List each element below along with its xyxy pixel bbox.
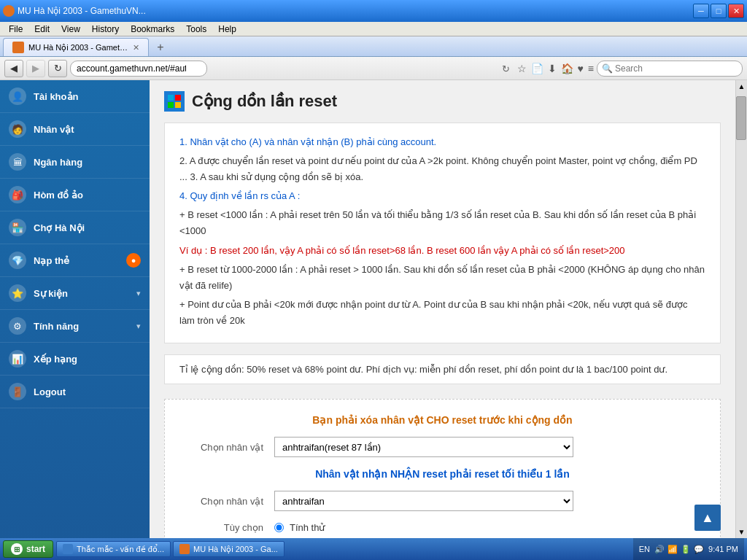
menu-view[interactable]: View (55, 22, 86, 36)
bookmark-star-icon[interactable]: ☆ (517, 63, 527, 74)
menu-file[interactable]: File (3, 22, 28, 36)
sidebar-label: Tính năng (34, 321, 129, 332)
sidebar-item-nhan-vat[interactable]: 🧑 Nhân vật (0, 113, 150, 146)
lang-badge: EN (639, 545, 650, 553)
new-tab-button[interactable]: + (152, 39, 169, 56)
active-tab[interactable]: MU Hà Nội 2003 - GamethuVN... ✕ (3, 38, 149, 56)
page-title: Cộng dồn lần reset (192, 92, 337, 111)
sys-icon-2: 📶 (667, 545, 678, 554)
form-group-3: Tùy chọn Tính thử (179, 522, 705, 533)
refresh-button[interactable]: ↻ (48, 60, 67, 77)
content-inner: Cộng dồn lần reset 1. Nhân vật cho (A) v… (150, 80, 735, 538)
sidebar-item-logout[interactable]: 🚪 Logout (0, 376, 150, 408)
tinh-thu-radio[interactable] (274, 523, 284, 532)
sidebar-label: Xếp hạng (34, 354, 141, 365)
form-section: Bạn phải xóa nhân vật CHO reset trước kh… (164, 399, 721, 538)
content-area: Cộng dồn lần reset 1. Nhân vật cho (A) v… (150, 80, 735, 538)
sidebar-label: Nạp thẻ (34, 255, 119, 266)
page-title-bar: Cộng dồn lần reset (164, 91, 721, 112)
sidebar-item-ngan-hang[interactable]: 🏛 Ngân hàng (0, 146, 150, 179)
tab-close-button[interactable]: ✕ (133, 43, 139, 52)
scroll-up-button[interactable]: ▲ (736, 80, 747, 93)
info-line-4: + B reset <1000 lần : A phải reset trên … (179, 207, 705, 239)
sidebar-item-cho-ha-noi[interactable]: 🏪 Chợ Hà Nội (0, 211, 150, 244)
menu-history[interactable]: History (86, 22, 125, 36)
radio-group: Tính thử (274, 522, 325, 533)
form-label-1: Chọn nhân vật (179, 442, 274, 453)
pocket-icon[interactable]: ♥ (578, 63, 584, 74)
sidebar-item-tinh-nang[interactable]: ⚙ Tính năng ▾ (0, 310, 150, 343)
sidebar-label: Nhân vật (34, 124, 141, 135)
sidebar-label: Ngân hàng (34, 157, 141, 168)
title-bar: MU Hà Nội 2003 - GamethuVN... ─ □ ✕ (0, 0, 747, 22)
start-button[interactable]: ⊞ start (3, 540, 53, 558)
forward-button[interactable]: ▶ (26, 60, 45, 77)
maximize-button[interactable]: □ (711, 4, 727, 18)
scroll-down-button[interactable]: ▼ (736, 526, 747, 538)
minimize-button[interactable]: ─ (693, 4, 709, 18)
start-label: start (26, 544, 45, 554)
info-line-7: + Point dư của B phải <20k mới được nhận… (179, 297, 705, 329)
scroll-track[interactable] (736, 93, 747, 526)
fee-box: Tỉ lệ cộng dồn: 50% reset và 68% point d… (164, 354, 721, 384)
chevron-down-icon: ▾ (136, 322, 141, 331)
menu-bookmarks[interactable]: Bookmarks (125, 22, 180, 36)
menu-edit[interactable]: Edit (28, 22, 55, 36)
close-button[interactable]: ✕ (728, 4, 744, 18)
scrollbar[interactable]: ▲ ▼ (735, 80, 747, 538)
sys-icon-3: 🔋 (681, 545, 691, 554)
search-input[interactable] (597, 61, 743, 77)
menu-help[interactable]: Help (212, 22, 242, 36)
start-logo-icon: ⊞ (11, 543, 23, 555)
tab-label: MU Hà Nội 2003 - GamethuVN... (28, 43, 128, 52)
form-title-1: Bạn phải xóa nhân vật CHO reset trước kh… (179, 414, 705, 426)
taskbar-sys-icons: 🔊 📶 🔋 💬 (654, 545, 704, 554)
sidebar-item-nap-the[interactable]: 💎 Nạp thẻ ● (0, 244, 150, 277)
sidebar-item-tai-khoan[interactable]: 👤 Tài khoản (0, 80, 150, 113)
menu-icon[interactable]: ≡ (588, 63, 594, 74)
taskbar-task-1[interactable]: Thắc mắc - vấn đề đổ... (56, 541, 171, 557)
back-button[interactable]: ◀ (4, 60, 23, 77)
form-label-2: Chọn nhân vật (179, 496, 274, 507)
sys-icon-1: 🔊 (654, 545, 665, 554)
info-line-5: Ví dụ : B reset 200 lần, vậy A phải có s… (179, 243, 705, 259)
main-layout: 👤 Tài khoản 🧑 Nhân vật 🏛 Ngân hàng 🎒 Hòm… (0, 80, 747, 538)
download-icon[interactable]: ⬇ (548, 63, 557, 74)
task1-icon (63, 544, 73, 554)
event-icon: ⭐ (9, 284, 26, 302)
character-select-1[interactable]: anhtraifan(reset 87 lần) (274, 437, 573, 457)
nav-icons: ☆ 📄 ⬇ 🏠 ♥ ≡ (517, 63, 594, 74)
info-line-6: + B reset từ 1000-2000 lần : A phải rese… (179, 262, 705, 294)
sidebar-label: Sự kiện (34, 288, 129, 299)
nav-bar: ◀ ▶ ↻ ↻ ☆ 📄 ⬇ 🏠 ♥ ≡ 🔍 (0, 57, 747, 80)
info-line-2: 2. A được chuyển lần reset và point dư n… (179, 153, 705, 185)
url-input[interactable] (70, 61, 207, 77)
reader-view-icon[interactable]: 📄 (531, 63, 543, 74)
task2-label: MU Hà Nội 2003 - Ga... (193, 545, 278, 554)
taskbar-sys: EN 🔊 📶 🔋 💬 9:41 PM (633, 538, 744, 560)
tab-bar: MU Hà Nội 2003 - GamethuVN... ✕ + (0, 36, 747, 57)
window-title: MU Hà Nội 2003 - GamethuVN... (18, 6, 690, 16)
url-refresh-icon[interactable]: ↻ (502, 63, 510, 74)
sidebar-label: Chợ Hà Nội (34, 222, 141, 233)
sidebar-item-hom-do-ao[interactable]: 🎒 Hòm đồ ảo (0, 179, 150, 211)
scroll-thumb[interactable] (736, 96, 746, 140)
tab-favicon (12, 42, 24, 53)
character-select-2[interactable]: anhtraifan (274, 491, 573, 511)
menu-tools[interactable]: Tools (180, 22, 212, 36)
gem-icon: 💎 (9, 252, 26, 269)
sidebar-label: Tài khoản (34, 91, 141, 102)
bank-icon: 🏛 (9, 153, 26, 171)
windows-logo-icon (164, 91, 185, 112)
sidebar-item-xep-hang[interactable]: 📊 Xếp hạng (0, 343, 150, 376)
sidebar-item-su-kien[interactable]: ⭐ Sự kiện ▾ (0, 277, 150, 310)
search-icon: 🔍 (602, 63, 613, 74)
info-line-1: 1. Nhân vật cho (A) và nhân vật nhận (B)… (179, 134, 705, 150)
back-to-top-button[interactable]: ▲ (694, 505, 721, 531)
settings-icon: ⚙ (9, 317, 26, 335)
radio-label-1: Tính thử (290, 522, 325, 533)
form-label-3: Tùy chọn (179, 522, 274, 533)
taskbar-task-2[interactable]: MU Hà Nội 2003 - Ga... (173, 541, 285, 557)
home-icon[interactable]: 🏠 (561, 63, 573, 74)
search-container: 🔍 (597, 61, 743, 77)
